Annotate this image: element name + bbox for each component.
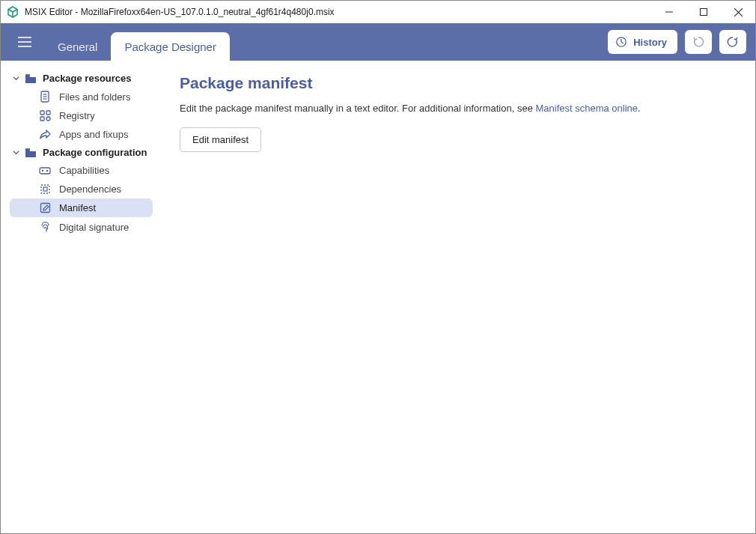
tree-item-dependencies[interactable]: Dependencies [10,180,153,198]
svg-point-21 [42,169,43,171]
manifest-icon [38,202,52,213]
tree-item-label: Apps and fixups [59,129,129,140]
history-icon [615,36,627,48]
edit-manifest-button[interactable]: Edit manifest [180,127,261,152]
tree-item-registry[interactable]: Registry [10,106,153,125]
redo-button[interactable] [719,30,746,54]
registry-icon [38,110,52,121]
svg-rect-10 [25,74,30,76]
tab-package-designer[interactable]: Package Designer [111,32,230,61]
tree-group-package-configuration[interactable]: Package configuration [5,144,157,161]
svg-rect-16 [46,111,50,115]
folder-icon [25,73,38,84]
main-panel: Package manifest Edit the package manife… [162,61,755,533]
chevron-down-icon [11,149,20,156]
svg-rect-19 [25,148,30,150]
tree-item-manifest[interactable]: Manifest [10,198,153,217]
svg-rect-17 [40,117,44,121]
svg-point-22 [46,169,48,171]
svg-point-18 [46,117,50,121]
window-title: MSIX Editor - MozillaFirefoxx64en-US_107… [25,7,335,17]
history-label: History [633,37,667,48]
svg-rect-23 [41,185,49,193]
undo-button[interactable] [685,30,712,54]
minimize-button[interactable] [652,1,686,23]
sidebar: Package resources Files and folders Regi… [1,61,162,533]
close-button[interactable] [721,1,755,23]
maximize-button[interactable] [686,1,721,23]
tree-item-label: Registry [59,110,95,121]
tree-group-label: Package configuration [43,147,147,158]
svg-rect-20 [40,168,50,174]
tree-item-files-folders[interactable]: Files and folders [10,87,153,106]
history-button[interactable]: History [608,30,677,54]
page-title: Package manifest [180,74,737,92]
tree-group-label: Package resources [43,73,132,84]
chevron-down-icon [11,75,20,82]
toolbar: General Package Designer History [1,23,755,61]
fingerprint-icon [38,221,52,233]
menu-button[interactable] [10,27,40,57]
tree-item-apps-fixups[interactable]: Apps and fixups [10,125,153,144]
tree-item-label: Manifest [59,202,96,213]
svg-rect-24 [43,187,47,191]
window-titlebar: MSIX Editor - MozillaFirefoxx64en-US_107… [1,1,755,23]
page-description: Edit the package manifest manually in a … [180,103,737,114]
folder-icon [25,148,38,158]
share-icon [38,130,52,140]
tree-item-digital-signature[interactable]: Digital signature [10,217,153,237]
dependencies-icon [38,183,52,195]
capabilities-icon [38,166,52,175]
tree-item-label: Files and folders [59,91,130,103]
svg-rect-15 [40,111,44,115]
app-icon [7,6,19,18]
tree-item-label: Digital signature [59,222,129,233]
file-icon [38,91,52,103]
tree-item-label: Capabilities [59,165,109,176]
tree-group-package-resources[interactable]: Package resources [5,70,157,87]
svg-rect-3 [701,9,707,16]
svg-rect-25 [40,204,49,213]
tree-item-label: Dependencies [59,183,121,195]
tree-item-capabilities[interactable]: Capabilities [10,161,153,180]
manifest-schema-link[interactable]: Manifest schema online [535,103,638,114]
tab-general[interactable]: General [44,32,111,61]
tabs: General Package Designer [44,23,230,61]
